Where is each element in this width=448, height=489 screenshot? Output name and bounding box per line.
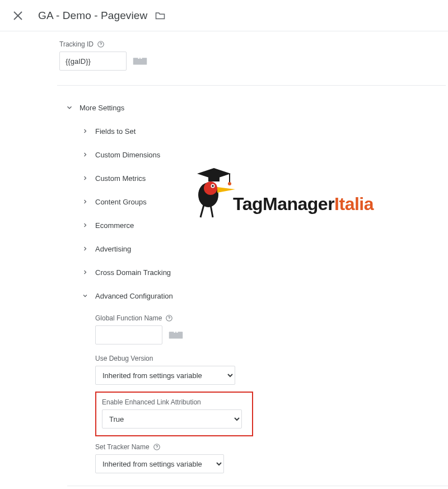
tracking-id-label-text: Tracking ID [59,40,94,48]
variable-picker-icon[interactable] [132,55,148,67]
svg-rect-4 [133,58,147,64]
row-custom-metrics[interactable]: Custom Metrics [78,166,448,190]
label-text: Set Tracker Name [95,443,150,451]
enhanced-link-select[interactable]: True [102,409,242,429]
label-text: Enable Enhanced Link Attribution [102,398,201,406]
chevron-right-icon [78,195,92,208]
divider [57,85,446,86]
header-bar: GA - Demo - Pageview [0,0,448,31]
row-cross-domain-tracking[interactable]: Cross Domain Tracking [78,260,448,284]
row-label: Custom Dimensions [95,151,160,159]
chevron-right-icon [78,266,92,279]
more-settings-row[interactable]: More Settings [63,96,448,119]
variable-picker-icon[interactable] [168,329,184,341]
svg-rect-9 [169,332,183,338]
svg-rect-11 [176,329,178,333]
tracking-id-block: Tracking ID [59,40,448,71]
help-icon[interactable] [165,314,173,322]
row-label: Content Groups [95,198,147,206]
set-tracker-name-label: Set Tracker Name [95,443,448,451]
svg-rect-10 [174,329,176,333]
row-label: Ecommerce [95,221,134,230]
chevron-right-icon [78,148,92,161]
row-label: Advanced Configuration [95,292,173,300]
row-advanced-configuration[interactable]: Advanced Configuration [78,284,448,308]
use-debug-version-select[interactable]: Inherited from settings variable [95,366,235,385]
chevron-down-icon [63,101,76,114]
label-text: Use Debug Version [95,355,153,362]
folder-icon[interactable] [155,11,165,20]
tracking-id-label: Tracking ID [59,40,448,48]
enhanced-link-highlight: Enable Enhanced Link Attribution True [95,392,253,436]
row-label: Custom Metrics [95,174,146,183]
tracking-id-input[interactable] [59,52,127,71]
row-fields-to-set[interactable]: Fields to Set [78,119,448,143]
help-icon[interactable] [153,443,161,451]
row-label: Fields to Set [95,127,136,136]
global-function-name-label: Global Function Name [95,314,448,322]
chevron-right-icon [78,171,92,185]
more-settings-label: More Settings [80,104,124,112]
use-debug-version-label: Use Debug Version [95,355,448,362]
chevron-right-icon [78,124,92,138]
svg-point-13 [156,448,157,449]
set-tracker-name-select[interactable]: Inherited from settings variable [95,454,224,473]
global-function-name-input[interactable] [95,325,162,344]
chevron-down-icon [78,289,92,302]
advanced-configuration-block: Global Function Name Use Debug Version [78,314,448,473]
row-label: Cross Domain Tracking [95,268,171,277]
row-advertising[interactable]: Advertising [78,237,448,260]
more-settings-section: More Settings Fields to Set Custom Dimen… [59,96,448,473]
svg-rect-6 [141,55,142,59]
row-content-groups[interactable]: Content Groups [78,190,448,213]
chevron-right-icon [78,242,92,255]
row-ecommerce[interactable]: Ecommerce [78,213,448,237]
svg-rect-5 [138,55,140,59]
close-icon[interactable] [11,9,25,22]
svg-point-8 [169,319,170,320]
row-label: Advertising [95,245,131,253]
chevron-right-icon [78,218,92,232]
page-title: GA - Demo - Pageview [38,10,147,22]
help-icon[interactable] [97,40,105,48]
enhanced-link-label: Enable Enhanced Link Attribution [102,398,246,406]
svg-point-3 [100,45,101,46]
label-text: Global Function Name [95,314,162,322]
advanced-settings-row[interactable]: Advanced Settings [67,486,448,489]
content-area: Tracking ID More Settings Fields to Set [0,31,448,489]
row-custom-dimensions[interactable]: Custom Dimensions [78,143,448,166]
